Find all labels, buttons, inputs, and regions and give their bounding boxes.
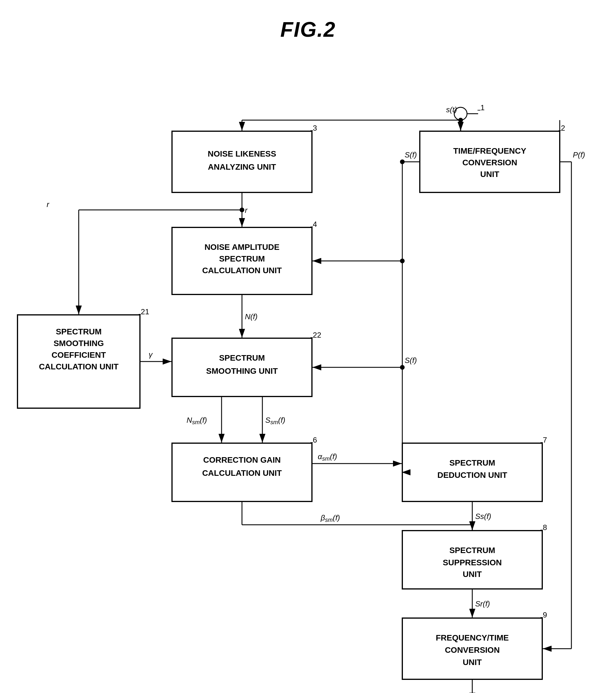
noise-amplitude-label-1: NOISE AMPLITUDE (204, 242, 279, 252)
ftc-label-3: UNIT (463, 658, 482, 667)
noise-likeness-label-1: NOISE LIKENESS (208, 149, 276, 158)
ref-6: 6 (313, 436, 317, 444)
beta-label: βsm(f) (320, 513, 340, 523)
noise-amplitude-label-3: CALCULATION UNIT (202, 266, 282, 275)
ref-8: 8 (543, 523, 547, 532)
ssc-label-2: SMOOTHING (54, 339, 104, 348)
diagram: s(t) 1 TIME/FREQUENCY CONVERSION UNIT 2 … (0, 47, 616, 693)
ssc-label-3: COEFFICIENT (52, 351, 106, 359)
tf-conversion-label-2: CONVERSION (462, 158, 517, 167)
ref-9: 9 (543, 611, 547, 619)
gamma-label: γ (149, 350, 153, 359)
ssm-label: Ssm(f) (265, 416, 285, 425)
spsu-label-1: SPECTRUM (449, 546, 495, 555)
ss-label-2: SMOOTHING UNIT (206, 367, 278, 376)
srf-label: Sr(f) (475, 599, 490, 608)
ssc-label-4: CALCULATION UNIT (39, 362, 118, 371)
nsm-label: Nsm(f) (186, 416, 207, 425)
tf-conversion-label-1: TIME/FREQUENCY (453, 146, 526, 155)
page-title: FIG.2 (0, 0, 616, 41)
r-label-1: r (245, 206, 248, 215)
sf-label-2: S(f) (405, 356, 417, 365)
noise-likeness-box (172, 131, 312, 193)
ss-label-1: SPECTRUM (219, 353, 265, 362)
alpha-label: αsm(f) (318, 452, 337, 462)
ftc-label-2: CONVERSION (445, 646, 500, 654)
cg-label-1: CORRECTION GAIN (203, 455, 281, 464)
ref-2: 2 (561, 124, 565, 132)
spsu-label-3: UNIT (463, 570, 482, 579)
tf-conversion-label-3: UNIT (480, 170, 499, 179)
svg-point-43 (458, 118, 463, 122)
pf-label: P(f) (573, 151, 585, 159)
ref-21: 21 (141, 307, 149, 316)
ref-1: 1 (480, 103, 484, 112)
sd-label-1: SPECTRUM (449, 458, 495, 467)
ssc-label-1: SPECTRUM (56, 327, 101, 336)
input-signal-label: s(t) (446, 105, 457, 114)
cg-label-2: CALCULATION UNIT (202, 469, 282, 478)
ref-3: 3 (313, 124, 317, 132)
noise-likeness-label-2: ANALYZING UNIT (208, 162, 276, 172)
ref-7: 7 (543, 436, 547, 444)
nf-label: N(f) (245, 312, 257, 321)
svg-point-46 (400, 259, 405, 263)
ref-22: 22 (313, 331, 321, 339)
sf-label-1: S(f) (405, 151, 417, 159)
ssf-label: Ss(f) (475, 512, 491, 521)
noise-amplitude-label-2: SPECTRUM (219, 254, 265, 263)
r-label-2: r (47, 200, 49, 209)
spsu-label-2: SUPPRESSION (443, 558, 502, 567)
ftc-label-1: FREQUENCY/TIME (436, 633, 509, 642)
ref-4: 4 (313, 220, 317, 229)
sd-label-2: DEDUCTION UNIT (437, 471, 507, 480)
